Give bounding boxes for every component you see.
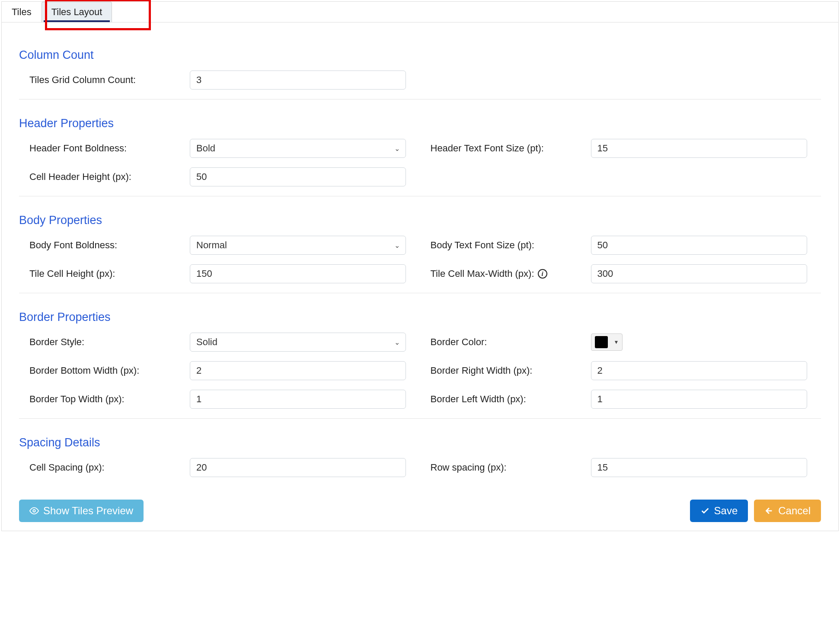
label-row-spacing: Row spacing (px):: [420, 462, 591, 473]
info-icon[interactable]: i: [538, 269, 547, 279]
divider: [19, 196, 821, 196]
select-header-boldness[interactable]: [190, 139, 406, 158]
input-border-right-width[interactable]: [591, 361, 807, 380]
input-body-font-size[interactable]: [591, 236, 807, 255]
input-border-left-width[interactable]: [591, 390, 807, 409]
input-border-top-width[interactable]: [190, 390, 406, 409]
label-border-bottom-width: Border Bottom Width (px):: [19, 365, 190, 376]
button-label: Show Tiles Preview: [43, 505, 133, 517]
section-title-header-properties: Header Properties: [19, 117, 821, 130]
check-icon: [700, 506, 710, 516]
form-content: Column Count Tiles Grid Column Count: He…: [2, 22, 838, 491]
label-tile-cell-height: Tile Cell Height (px):: [19, 268, 190, 279]
cancel-button[interactable]: Cancel: [754, 500, 821, 522]
arrow-left-icon: [764, 506, 774, 516]
input-tile-cell-max-width[interactable]: [591, 264, 807, 283]
caret-down-icon: ▼: [614, 339, 619, 345]
label-border-style: Border Style:: [19, 337, 190, 348]
section-title-body-properties: Body Properties: [19, 214, 821, 227]
divider: [19, 99, 821, 99]
label-header-font-size: Header Text Font Size (pt):: [420, 143, 591, 154]
input-grid-column-count[interactable]: [190, 71, 406, 90]
label-border-top-width: Border Top Width (px):: [19, 394, 190, 405]
label-border-color: Border Color:: [420, 337, 591, 348]
section-title-spacing-details: Spacing Details: [19, 436, 821, 449]
save-button[interactable]: Save: [690, 500, 748, 522]
select-border-style[interactable]: [190, 333, 406, 352]
button-label: Save: [714, 505, 738, 517]
divider: [19, 418, 821, 419]
input-tile-cell-height[interactable]: [190, 264, 406, 283]
label-border-left-width: Border Left Width (px):: [420, 394, 591, 405]
tab-tiles[interactable]: Tiles: [2, 2, 42, 22]
section-title-column-count: Column Count: [19, 48, 821, 62]
label-header-boldness: Header Font Boldness:: [19, 143, 190, 154]
divider: [19, 293, 821, 293]
input-row-spacing[interactable]: [591, 458, 807, 477]
button-label: Cancel: [778, 505, 811, 517]
label-grid-column-count: Tiles Grid Column Count:: [19, 74, 190, 86]
color-picker-border[interactable]: ▼: [591, 333, 623, 351]
input-cell-header-height[interactable]: [190, 167, 406, 186]
input-cell-spacing[interactable]: [190, 458, 406, 477]
label-body-font-size: Body Text Font Size (pt):: [420, 240, 591, 251]
label-tile-cell-max-width: Tile Cell Max-Width (px): i: [420, 268, 591, 279]
section-title-border-properties: Border Properties: [19, 311, 821, 324]
label-cell-header-height: Cell Header Height (px):: [19, 171, 190, 183]
label-text: Tile Cell Max-Width (px):: [431, 268, 534, 279]
tab-tiles-layout[interactable]: Tiles Layout: [42, 2, 112, 22]
tiles-layout-panel: Tiles Tiles Layout Column Count Tiles Gr…: [1, 1, 839, 531]
input-header-font-size[interactable]: [591, 139, 807, 158]
show-tiles-preview-button[interactable]: Show Tiles Preview: [19, 500, 144, 522]
eye-icon: [29, 506, 39, 516]
color-swatch: [595, 336, 608, 348]
input-border-bottom-width[interactable]: [190, 361, 406, 380]
select-body-boldness[interactable]: [190, 236, 406, 255]
label-border-right-width: Border Right Width (px):: [420, 365, 591, 376]
label-cell-spacing: Cell Spacing (px):: [19, 462, 190, 473]
svg-point-0: [33, 510, 35, 512]
footer-actions: Show Tiles Preview Save Cancel: [2, 500, 838, 522]
tab-bar: Tiles Tiles Layout: [2, 2, 838, 22]
label-body-boldness: Body Font Boldness:: [19, 240, 190, 251]
